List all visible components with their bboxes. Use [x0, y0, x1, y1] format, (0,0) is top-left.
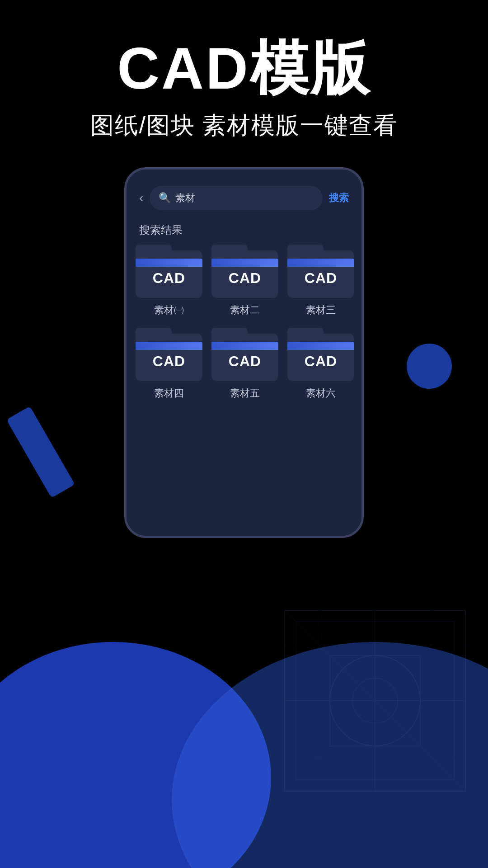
folder-name: 素材三: [306, 303, 336, 317]
folder-icon: CAD: [287, 328, 354, 381]
folder-body: CAD: [287, 334, 354, 381]
folder-name: 素材五: [230, 387, 260, 400]
folder-icon: CAD: [211, 245, 278, 298]
folder-item[interactable]: CAD 素材㈠: [136, 245, 202, 317]
folder-icon: CAD: [211, 328, 278, 381]
folder-body: CAD: [287, 250, 354, 298]
hero-title: CAD模版: [0, 36, 488, 101]
folder-grid-row2: CAD 素材四 CAD 素材五 CAD 素材六: [127, 328, 361, 400]
folder-item[interactable]: CAD 素材二: [211, 245, 278, 317]
search-input-wrap[interactable]: 🔍 素材: [150, 186, 323, 210]
phone-screen: ‹ 🔍 素材 搜索 搜索结果 CAD 素材㈠: [127, 170, 361, 536]
folder-item[interactable]: CAD 素材三: [287, 245, 354, 317]
folder-cad-text: CAD: [287, 342, 354, 381]
search-bar-area: ‹ 🔍 素材 搜索: [127, 170, 361, 219]
bg-cad-watermark: [262, 588, 488, 814]
folder-cad-text: CAD: [136, 259, 202, 298]
folder-name: 素材四: [154, 387, 184, 400]
folder-icon: CAD: [136, 328, 202, 381]
folder-item[interactable]: CAD 素材五: [211, 328, 278, 400]
hero-subtitle: 图纸/图块 素材模版一键查看: [0, 110, 488, 142]
folder-cad-text: CAD: [287, 259, 354, 298]
search-icon: 🔍: [159, 192, 171, 204]
folder-cad-text: CAD: [136, 342, 202, 381]
search-input[interactable]: 素材: [175, 191, 314, 205]
folder-item[interactable]: CAD 素材四: [136, 328, 202, 400]
folder-body: CAD: [211, 334, 278, 381]
folder-cad-text: CAD: [211, 259, 278, 298]
hero-section: CAD模版 图纸/图块 素材模版一键查看: [0, 36, 488, 142]
folder-item[interactable]: CAD 素材六: [287, 328, 354, 400]
bg-circle-decoration: [407, 344, 452, 389]
folder-name: 素材㈠: [154, 303, 184, 317]
folder-body: CAD: [136, 334, 202, 381]
folder-body: CAD: [136, 250, 202, 298]
folder-icon: CAD: [287, 245, 354, 298]
back-button[interactable]: ‹: [139, 191, 143, 205]
folder-icon: CAD: [136, 245, 202, 298]
search-button[interactable]: 搜索: [329, 191, 349, 205]
search-results-label: 搜索结果: [127, 219, 361, 245]
phone-mockup: ‹ 🔍 素材 搜索 搜索结果 CAD 素材㈠: [124, 167, 364, 538]
folder-name: 素材二: [230, 303, 260, 317]
folder-name: 素材六: [306, 387, 336, 400]
phone-bottom-fade: [127, 411, 361, 536]
bg-slash-decoration: [6, 406, 75, 498]
folder-cad-text: CAD: [211, 342, 278, 381]
folder-body: CAD: [211, 250, 278, 298]
folder-grid-row1: CAD 素材㈠ CAD 素材二 CAD 素材三: [127, 245, 361, 317]
